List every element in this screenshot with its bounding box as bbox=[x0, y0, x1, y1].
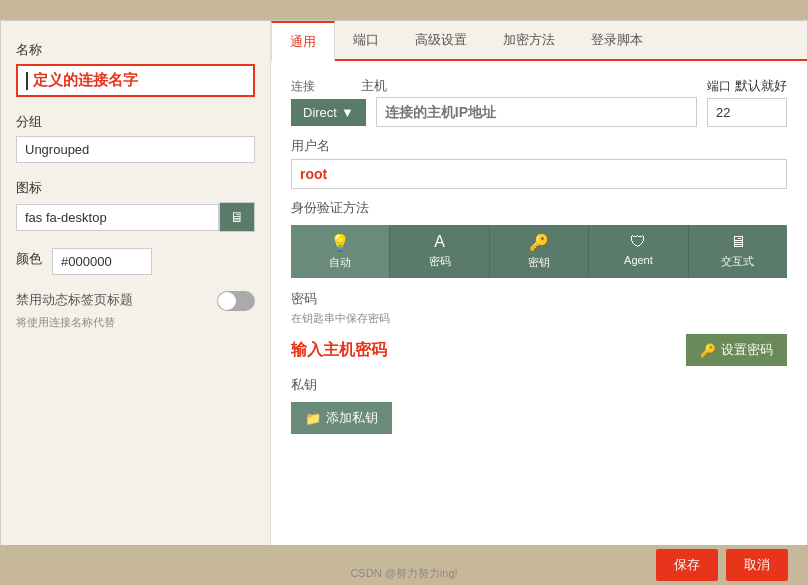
color-field-group: 颜色 bbox=[16, 248, 255, 275]
private-key-section: 私钥 📁 添加私钥 bbox=[291, 376, 787, 434]
name-field-group: 名称 定义的连接名字 bbox=[16, 41, 255, 97]
auth-agent[interactable]: 🛡 Agent bbox=[589, 225, 688, 278]
right-panel: 通用 端口 高级设置 加密方法 登录脚本 连接 主机 端口 默认就好 Direc… bbox=[271, 21, 807, 564]
auth-interactive[interactable]: 🖥 交互式 bbox=[689, 225, 787, 278]
password-hint: 输入主机密码 bbox=[291, 340, 676, 361]
host-input[interactable] bbox=[376, 97, 697, 127]
group-field-group: 分组 bbox=[16, 113, 255, 163]
auto-label: 自动 bbox=[329, 255, 351, 270]
group-label: 分组 bbox=[16, 113, 255, 131]
connection-labels-row: 连接 主机 端口 默认就好 bbox=[291, 77, 787, 95]
label-host: 主机 bbox=[361, 77, 697, 95]
port-input[interactable] bbox=[707, 98, 787, 127]
tab-port[interactable]: 端口 bbox=[335, 21, 397, 59]
private-key-title: 私钥 bbox=[291, 376, 787, 394]
auth-password[interactable]: A 密码 bbox=[390, 225, 489, 278]
key-label: 密钥 bbox=[528, 255, 550, 270]
folder-icon: 📁 bbox=[305, 411, 321, 426]
icon-label: 图标 bbox=[16, 179, 255, 197]
save-button[interactable]: 保存 bbox=[656, 549, 718, 581]
port-header-area: 端口 默认就好 bbox=[707, 77, 787, 95]
toggle-sub-label: 将使用连接名称代替 bbox=[16, 315, 255, 330]
password-icon: A bbox=[434, 233, 445, 251]
toggle-field-group: 禁用动态标签页标题 将使用连接名称代替 bbox=[16, 291, 255, 330]
connection-type-label: Direct bbox=[303, 105, 337, 120]
tab-encryption[interactable]: 加密方法 bbox=[485, 21, 573, 59]
agent-label: Agent bbox=[624, 254, 653, 266]
icon-input[interactable] bbox=[16, 204, 219, 231]
main-container: 名称 定义的连接名字 分组 图标 🖥 颜色 bbox=[0, 20, 808, 565]
cursor-icon bbox=[26, 72, 28, 90]
set-password-btn[interactable]: 🔑 设置密码 bbox=[686, 334, 787, 366]
watermark: CSDN @努力努力ing! bbox=[350, 566, 457, 581]
connection-type-btn[interactable]: Direct ▼ bbox=[291, 99, 366, 126]
tab-general[interactable]: 通用 bbox=[271, 21, 335, 61]
interactive-label: 交互式 bbox=[721, 254, 754, 269]
left-panel: 名称 定义的连接名字 分组 图标 🖥 颜色 bbox=[1, 21, 271, 564]
color-row: 颜色 bbox=[16, 248, 255, 275]
toggle-label: 禁用动态标签页标题 bbox=[16, 291, 133, 309]
label-port: 端口 bbox=[707, 78, 731, 95]
toggle-row: 禁用动态标签页标题 bbox=[16, 291, 255, 311]
auth-key[interactable]: 🔑 密钥 bbox=[490, 225, 589, 278]
auth-auto[interactable]: 💡 自动 bbox=[291, 225, 390, 278]
username-label: 用户名 bbox=[291, 137, 787, 155]
tab-advanced[interactable]: 高级设置 bbox=[397, 21, 485, 59]
auth-methods-bar: 💡 自动 A 密码 🔑 密钥 🛡 Agent 🖥 交互式 bbox=[291, 225, 787, 278]
key-icon: 🔑 bbox=[529, 233, 549, 252]
group-input[interactable] bbox=[16, 136, 255, 163]
password-section: 密码 在钥匙串中保存密码 输入主机密码 🔑 设置密码 bbox=[291, 290, 787, 366]
key-icon-btn: 🔑 bbox=[700, 343, 716, 358]
username-row bbox=[291, 159, 787, 189]
password-row: 输入主机密码 🔑 设置密码 bbox=[291, 334, 787, 366]
auth-section-title: 身份验证方法 bbox=[291, 199, 787, 217]
dropdown-arrow-icon: ▼ bbox=[341, 105, 354, 120]
tabs-row: 通用 端口 高级设置 加密方法 登录脚本 bbox=[271, 21, 807, 61]
name-label: 名称 bbox=[16, 41, 255, 59]
port-default-hint: 默认就好 bbox=[735, 77, 787, 95]
add-key-label: 添加私钥 bbox=[326, 409, 378, 427]
tab-content: 连接 主机 端口 默认就好 Direct ▼ 用户名 bbox=[271, 61, 807, 564]
agent-icon: 🛡 bbox=[630, 233, 646, 251]
label-connection: 连接 bbox=[291, 78, 351, 95]
password-sub: 在钥匙串中保存密码 bbox=[291, 311, 787, 326]
color-input[interactable] bbox=[52, 248, 152, 275]
set-password-label: 设置密码 bbox=[721, 341, 773, 359]
interactive-icon: 🖥 bbox=[730, 233, 746, 251]
name-input-wrapper[interactable]: 定义的连接名字 bbox=[16, 64, 255, 97]
toggle-switch[interactable] bbox=[217, 291, 255, 311]
password-section-title: 密码 bbox=[291, 290, 787, 308]
icon-field-group: 图标 🖥 bbox=[16, 179, 255, 232]
cancel-button[interactable]: 取消 bbox=[726, 549, 788, 581]
toggle-knob bbox=[218, 292, 236, 310]
name-placeholder: 定义的连接名字 bbox=[33, 71, 138, 90]
icon-preview-btn[interactable]: 🖥 bbox=[219, 202, 255, 232]
password-label: 密码 bbox=[429, 254, 451, 269]
icon-input-wrapper: 🖥 bbox=[16, 202, 255, 232]
auto-icon: 💡 bbox=[330, 233, 350, 252]
add-key-btn[interactable]: 📁 添加私钥 bbox=[291, 402, 392, 434]
tab-login-script[interactable]: 登录脚本 bbox=[573, 21, 661, 59]
username-input[interactable] bbox=[291, 159, 787, 189]
connection-input-row: Direct ▼ bbox=[291, 97, 787, 127]
color-label: 颜色 bbox=[16, 250, 42, 268]
